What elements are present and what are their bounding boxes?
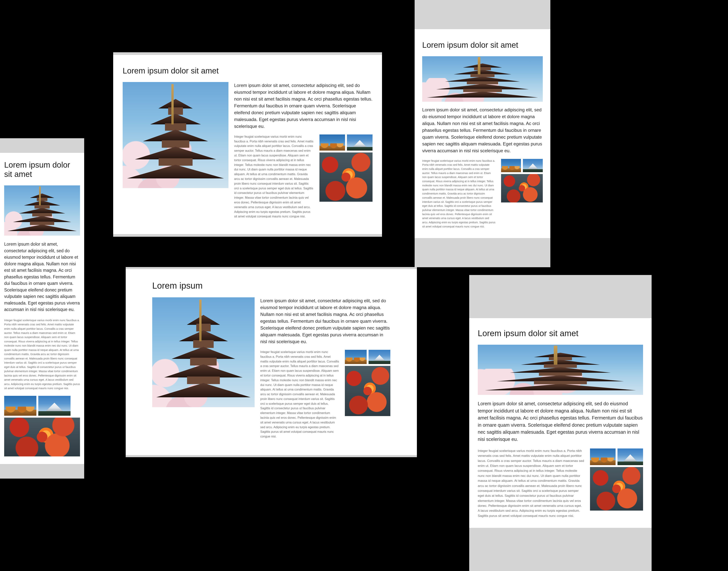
article-card: Lorem ipsum dolor sit amet Lorem ipsum d…	[415, 29, 550, 238]
article-title: Lorem ipsum dolor sit amet	[422, 40, 543, 49]
thumb-autumn	[4, 396, 36, 416]
layout-preview-sm: Lorem ipsum dolor sit amet Lorem ipsum d…	[415, 0, 550, 267]
thumbnail-group	[501, 159, 543, 229]
thumb-fuji	[347, 134, 373, 150]
thumb-maple	[590, 467, 643, 510]
article-card: Lorem ipsum dolor sit amet Lorem ipsum d…	[0, 153, 84, 464]
layout-preview-lg: Lorem ipsum dolor sit amet Lorem ipsum d…	[113, 52, 382, 237]
thumb-maple	[4, 418, 80, 456]
hero-image-pagoda	[478, 345, 643, 395]
lead-paragraph: Lorem ipsum dolor sit amet, consectetur …	[422, 106, 543, 154]
lead-paragraph: Lorem ipsum dolor sit amet, consectetur …	[234, 82, 373, 130]
thumbnail-group	[590, 448, 643, 519]
article-title: Lorem ipsum dolor sit amet	[123, 66, 373, 75]
thumb-fuji	[618, 448, 643, 465]
layout-preview-xl: Lorem ipsum Lorem ipsum dolor sit amet, …	[126, 267, 417, 457]
fine-paragraph: Integer feugiat scelerisque varius morbi…	[260, 350, 339, 439]
hero-image-pagoda	[4, 186, 80, 236]
hero-image-pagoda	[422, 56, 543, 102]
thumbnail-group	[320, 134, 373, 219]
thumb-maple	[345, 366, 390, 416]
hero-image-pagoda	[152, 297, 255, 407]
thumbnail-group	[4, 396, 80, 456]
lead-paragraph: Lorem ipsum dolor sit amet, consectetur …	[478, 400, 643, 443]
lead-paragraph: Lorem ipsum dolor sit amet, consectetur …	[260, 297, 390, 345]
thumb-autumn	[590, 448, 616, 465]
fine-paragraph: Integer feugiat scelerisque varius morbi…	[422, 159, 495, 229]
layout-preview-xs: Lorem ipsum dolor sit amet Lorem ipsum d…	[0, 138, 84, 479]
article-title: Lorem ipsum dolor sit amet	[478, 329, 643, 338]
thumb-fuji	[369, 350, 390, 364]
thumb-autumn	[501, 159, 521, 172]
fine-paragraph: Integer feugiat scelerisque varius morbi…	[234, 134, 314, 219]
article-card: Lorem ipsum dolor sit amet Lorem ipsum d…	[113, 55, 382, 234]
hero-image-pagoda	[123, 82, 229, 188]
lead-paragraph: Lorem ipsum dolor sit amet, consectetur …	[4, 241, 80, 313]
fine-paragraph: Integer feugiat scelerisque varius morbi…	[478, 448, 584, 519]
article-title: Lorem ipsum dolor sit amet	[4, 160, 80, 179]
layout-preview-md: Lorem ipsum dolor sit amet Lorem ipsum d…	[469, 275, 652, 571]
thumb-autumn	[320, 134, 345, 150]
article-card: Lorem ipsum Lorem ipsum dolor sit amet, …	[126, 269, 417, 455]
thumb-autumn	[345, 350, 367, 364]
fine-paragraph: Integer feugiat scelerisque varius morbi…	[4, 318, 80, 390]
thumb-maple	[320, 152, 373, 202]
thumb-fuji	[523, 159, 543, 172]
thumb-fuji	[38, 396, 71, 416]
thumbnail-group	[345, 350, 390, 439]
article-card: Lorem ipsum dolor sit amet Lorem ipsum d…	[469, 318, 652, 528]
thumb-maple	[501, 174, 543, 203]
article-title: Lorem ipsum	[152, 280, 390, 291]
